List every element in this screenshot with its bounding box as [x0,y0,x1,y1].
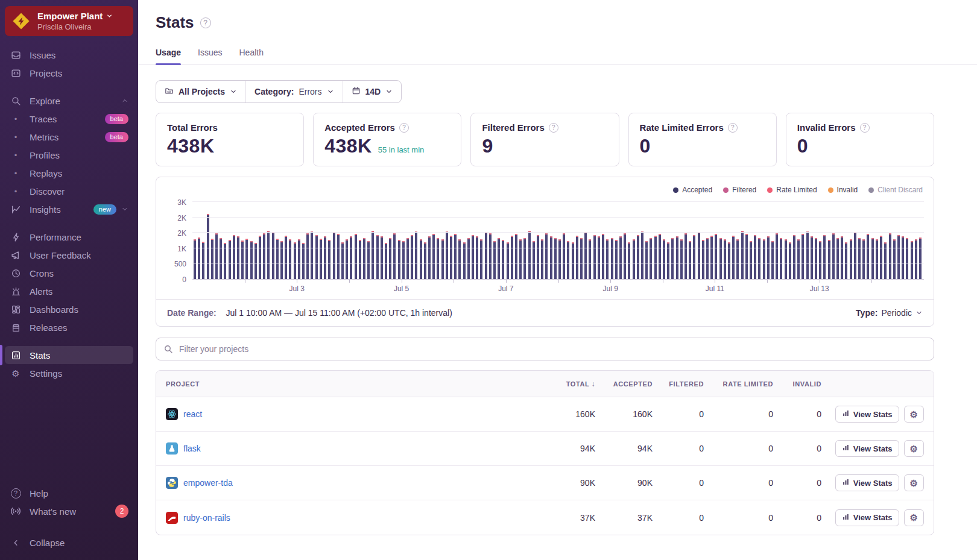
project-link[interactable]: flask [183,444,201,453]
view-stats-button[interactable]: View Stats [835,474,899,491]
chart-bar [750,241,752,279]
category-value: Errors [299,87,321,96]
project-settings-button[interactable]: ⚙ [904,440,924,457]
project-settings-button[interactable]: ⚙ [904,406,924,423]
sidebar-item-releases[interactable]: Releases [5,318,133,336]
sidebar-item-dashboards[interactable]: Dashboards [5,300,133,318]
project-filter-input[interactable] [156,338,934,360]
chart-bar-cap [202,242,204,243]
project-settings-button[interactable]: ⚙ [904,474,924,491]
help-icon[interactable]: ? [860,123,870,133]
legend-dot-icon [868,187,874,193]
tab-issues[interactable]: Issues [198,48,222,64]
sidebar-item-settings[interactable]: ⚙Settings [5,364,133,382]
project-selector[interactable]: All Projects [156,81,245,102]
sidebar-item-traces[interactable]: •Tracesbeta [5,110,133,128]
sidebar-item-stats[interactable]: Stats [5,346,133,364]
chart-bar-cap [745,234,748,235]
date-period-selector[interactable]: 14D [343,81,402,102]
project-link[interactable]: react [183,409,202,419]
chart-bar-cap [750,241,752,242]
stat-card-label-row: Rate Limited Errors? [640,122,765,133]
legend-item-filtered[interactable]: Filtered [723,186,756,194]
chart-bar-cap [802,234,804,235]
type-label: Type: [856,308,877,318]
help-icon[interactable]: ? [549,123,558,133]
project-selector-value: All Projects [179,87,225,96]
cell-invalid: 0 [773,444,821,453]
chart-bar [650,238,652,279]
project-settings-button[interactable]: ⚙ [904,509,924,526]
sidebar-item-performance[interactable]: Performance [5,228,133,246]
x-tick-mark [349,280,350,283]
x-tick-mark [402,280,402,283]
legend-item-invalid[interactable]: Invalid [828,186,858,194]
page-help-icon[interactable]: ? [200,17,211,28]
view-stats-label: View Stats [853,479,893,488]
sidebar-item-profiles[interactable]: •Profiles [5,146,133,164]
sidebar-item-replays[interactable]: •Replays [5,164,133,182]
project-link[interactable]: ruby-on-rails [183,513,230,523]
legend-item-rate-limited[interactable]: Rate Limited [767,186,817,194]
cell-total: 160K [541,409,595,419]
chart-bar-cap [624,233,626,234]
row-actions: View Stats⚙ [821,440,924,457]
sidebar-footer-item-help[interactable]: ?Help [5,484,133,502]
legend-label: Invalid [837,186,858,194]
col-header-total[interactable]: Total↓ [541,380,595,388]
chart-bar-cap [615,240,618,241]
sidebar-item-projects[interactable]: Projects [5,64,133,82]
tab-health[interactable]: Health [239,48,264,64]
usage-chart-card: AcceptedFilteredRate LimitedInvalidClien… [156,177,934,327]
project-link[interactable]: empower-tda [183,478,233,488]
sidebar-item-alerts[interactable]: Alerts [5,282,133,300]
sidebar-item-issues[interactable]: Issues [5,46,133,64]
chart-bar-cap [828,240,830,241]
chart-bar [476,236,478,279]
sidebar-footer-item-what-s-new[interactable]: What's new2 [5,502,133,520]
sidebar-item-user-feedback[interactable]: User Feedback [5,246,133,264]
chart-bar [763,239,765,279]
sidebar: Empower Plant Priscila Oliveira IssuesPr… [0,0,138,560]
stat-card-total-errors: Total Errors438K [156,113,304,166]
legend-item-accepted[interactable]: Accepted [673,186,712,194]
help-icon[interactable]: ? [399,123,409,133]
sidebar-item-crons[interactable]: Crons [5,264,133,282]
sidebar-footer-item-collapse[interactable]: Collapse [5,533,133,552]
chart-bar [606,239,609,279]
nav-item-label: Releases [30,322,68,333]
view-stats-button[interactable]: View Stats [835,509,899,526]
chart-bar-cap [710,236,713,237]
category-selector[interactable]: Category: Errors [245,81,342,102]
stats-icon [10,349,22,361]
tab-usage[interactable]: Usage [156,48,181,64]
help-icon[interactable]: ? [728,123,738,133]
chart-bar [454,234,457,279]
view-stats-label: View Stats [853,513,893,522]
stat-card-subtext: 55 in last min [378,145,425,154]
chart-area: 05001K2K2K3K [156,197,934,280]
chart-bar-cap [320,239,322,240]
chart-bar [285,236,287,279]
chart-bar [372,231,374,279]
chart-bar-cap [793,235,795,236]
view-stats-button[interactable]: View Stats [835,440,899,457]
chart-bar-cap [580,238,583,239]
sidebar-item-insights[interactable]: Insightsnew [5,200,133,218]
org-switcher[interactable]: Empower Plant Priscila Oliveira [5,6,133,36]
help-icon: ? [10,487,22,499]
chart-bar-cap [437,238,439,239]
chart-bar [233,235,235,279]
sidebar-item-metrics[interactable]: •Metricsbeta [5,128,133,146]
row-actions: View Stats⚙ [821,509,924,526]
sidebar-item-explore[interactable]: Explore [5,92,133,110]
type-selector[interactable]: Type: Periodic [856,308,923,318]
chart-bar [832,233,835,279]
sidebar-item-discover[interactable]: •Discover [5,182,133,200]
chevron-down-icon [385,88,393,95]
view-stats-button[interactable]: View Stats [835,406,899,423]
chart-bar-cap [736,239,739,241]
legend-item-client-discard[interactable]: Client Discard [868,186,923,194]
nav-item-label: User Feedback [30,250,91,260]
insights-icon [10,203,22,215]
